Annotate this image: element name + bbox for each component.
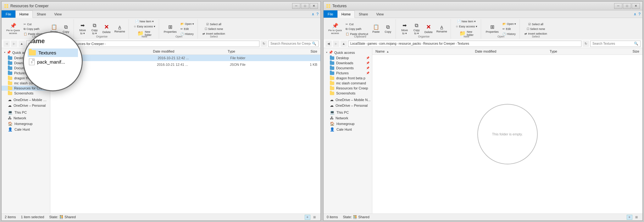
sidebar-item-calehunt-left[interactable]: 👤 Cale Hunt xyxy=(2,127,50,132)
sidebar-item-homegroup-right[interactable]: 🏠 Homegroup xyxy=(324,121,372,127)
move-to-btn-left[interactable]: ➡ Move to ▾ xyxy=(77,22,88,36)
close-button-right[interactable]: ✕ xyxy=(632,3,640,9)
sidebar-item-resources-left[interactable]: Resources for Creep xyxy=(2,86,50,91)
sidebar-item-slash-right[interactable]: mc slash command xyxy=(324,81,372,86)
sidebar-item-thispc-right[interactable]: 💻 This PC xyxy=(324,110,372,115)
view-details-btn-right[interactable]: ⊞ xyxy=(634,215,639,220)
select-none-btn-right[interactable]: ☐ Select none xyxy=(525,27,547,31)
sidebar-item-network-left[interactable]: 🖧 Network xyxy=(2,115,50,121)
cut-btn-right[interactable]: ✂ Cut xyxy=(344,22,370,26)
edit-btn-right[interactable]: ✏ Edit xyxy=(501,27,518,31)
search-input-right[interactable] xyxy=(592,42,633,45)
edit-btn-left[interactable]: ✏ Edit xyxy=(179,27,196,31)
copy-btn-right[interactable]: ⧉ Copy xyxy=(382,24,394,34)
maximize-button-left[interactable]: □ xyxy=(301,3,309,9)
copy-to-btn-left[interactable]: ⧉ Copy to ▾ xyxy=(89,22,100,36)
sidebar-item-resources-right[interactable]: Resources for Creep xyxy=(324,86,372,91)
view-details-btn-left[interactable]: ⊞ xyxy=(312,215,317,220)
new-item-btn-right[interactable]: 📄 New item ▾ xyxy=(456,19,477,24)
tab-home-right[interactable]: Home xyxy=(337,10,355,18)
delete-btn-left[interactable]: ✕ Delete xyxy=(101,23,112,35)
easy-access-btn-right[interactable]: ☆ Easy access ▾ xyxy=(454,24,479,29)
sidebar-item-thispc-left[interactable]: 💻 This PC xyxy=(2,110,50,115)
forward-btn-right[interactable]: ▶ xyxy=(333,41,339,47)
minimize-button-right[interactable]: ─ xyxy=(614,3,622,9)
pin-to-quick-access-btn-right[interactable]: 📌 Pin to Quick access xyxy=(327,22,343,36)
refresh-btn-right[interactable]: ↻ xyxy=(583,41,589,47)
sidebar-item-screenshots-right[interactable]: Screenshots xyxy=(324,91,372,96)
sidebar-item-desktop-left[interactable]: Desktop 📌 xyxy=(2,55,50,60)
sidebar-header-quick-left[interactable]: ▾ 📌 Quick access xyxy=(2,49,50,55)
tab-home-left[interactable]: Home xyxy=(15,10,33,18)
easy-access-btn-left[interactable]: ☆ Easy access ▾ xyxy=(132,24,157,29)
view-list-btn-left[interactable]: ≡ xyxy=(305,215,310,220)
copy-to-btn-right[interactable]: ⧉ Copy to ▾ xyxy=(411,22,422,36)
refresh-btn-left[interactable]: ↻ xyxy=(261,41,267,47)
properties-btn-right[interactable]: ⊞ Properties xyxy=(484,24,500,34)
up-btn-right[interactable]: ▲ xyxy=(341,41,347,47)
sidebar-item-onedrive-mobile-right[interactable]: ☁ OneDrive – Mobile N... xyxy=(324,97,372,103)
copy-btn-left[interactable]: ⧉ Copy xyxy=(60,24,72,34)
tab-view-left[interactable]: View xyxy=(50,10,66,18)
view-list-btn-right[interactable]: ≡ xyxy=(627,215,632,220)
sidebar-item-screenshots-left[interactable]: Screenshots xyxy=(2,91,50,96)
col-name-right[interactable]: Name ▲ xyxy=(375,49,475,53)
rename-btn-left[interactable]: A Rename xyxy=(113,24,127,34)
open-btn-right[interactable]: 📂 Open ▾ xyxy=(501,22,518,26)
close-button-left[interactable]: ✕ xyxy=(310,3,318,9)
file-item-pack-manifest-left[interactable]: {} pack_manifest 2016-10-21 12:41 ... JS… xyxy=(50,61,320,68)
cut-btn-left[interactable]: ✂ Cut xyxy=(22,22,48,26)
col-name-left[interactable]: Name ▲ xyxy=(53,49,153,53)
ribbon-collapse-left[interactable]: ∧ xyxy=(312,12,314,16)
tab-share-right[interactable]: Share xyxy=(355,10,372,18)
search-icon-left[interactable]: 🔍 xyxy=(312,42,316,46)
sidebar-item-calehunt-right[interactable]: 👤 Cale Hunt xyxy=(324,127,372,132)
back-btn-right[interactable]: ◀ xyxy=(325,41,332,47)
ribbon-collapse-right[interactable]: ∧ xyxy=(634,12,636,16)
sidebar-item-desktop-right[interactable]: Desktop 📌 xyxy=(324,55,372,60)
copy-path-btn-right[interactable]: ⧉ Copy path xyxy=(344,27,370,31)
tab-file-right[interactable]: File xyxy=(324,10,337,18)
sidebar-header-quick-right[interactable]: ▾ 📌 Quick access xyxy=(324,49,372,55)
move-to-btn-right[interactable]: ➡ Move to ▾ xyxy=(399,22,410,36)
paste-btn-left[interactable]: 📋 Paste xyxy=(48,24,60,34)
sidebar-item-dragon-right[interactable]: dragon front beta p xyxy=(324,76,372,81)
help-button-left[interactable]: ? xyxy=(316,12,319,16)
tab-file-left[interactable]: File xyxy=(2,10,15,18)
select-all-btn-left[interactable]: ☑ Select all xyxy=(205,22,223,26)
search-box-left[interactable]: 🔍 xyxy=(268,41,319,47)
select-none-btn-left[interactable]: ☐ Select none xyxy=(203,27,225,31)
search-icon-right[interactable]: 🔍 xyxy=(634,42,638,46)
forward-btn-left[interactable]: ▶ xyxy=(11,41,17,47)
sidebar-item-onedrive-personal-right[interactable]: ☁ OneDrive – Personal xyxy=(324,103,372,108)
sidebar-item-dragon-left[interactable]: dragon front beta p xyxy=(2,76,50,81)
file-item-textures-left[interactable]: Textures 2016-10-21 12:42 ... File folde… xyxy=(50,55,320,61)
back-btn-left[interactable]: ◀ xyxy=(3,41,10,47)
sidebar-item-onedrive-mobile-left[interactable]: ☁ OneDrive – Mobile N... xyxy=(2,97,50,103)
sidebar-item-downloads-right[interactable]: Downloads 📌 xyxy=(324,60,372,65)
new-item-btn-left[interactable]: 📄 New item ▾ xyxy=(134,19,155,24)
search-input-left[interactable] xyxy=(270,42,311,45)
sidebar-item-documents-right[interactable]: Documents 📌 xyxy=(324,65,372,71)
sidebar-item-homegroup-left[interactable]: 🏠 Homegroup xyxy=(2,121,50,127)
sidebar-item-downloads-left[interactable]: Downloads 📌 xyxy=(2,60,50,65)
sidebar-item-slash-left[interactable]: mc slash command xyxy=(2,81,50,86)
tab-share-left[interactable]: Share xyxy=(33,10,50,18)
delete-btn-right[interactable]: ✕ Delete xyxy=(423,23,434,35)
properties-btn-left[interactable]: ⊞ Properties xyxy=(162,24,178,34)
copy-path-btn-left[interactable]: ⧉ Copy path xyxy=(22,27,48,31)
sidebar-item-pictures-right[interactable]: Pictures 📌 xyxy=(324,71,372,76)
sidebar-item-network-right[interactable]: 🖧 Network xyxy=(324,115,372,121)
sidebar-item-documents-left[interactable]: Documents 📌 xyxy=(2,65,50,71)
paste-btn-right[interactable]: 📋 Paste xyxy=(370,24,382,34)
address-path-right[interactable]: LocalState › games › com.mojang › resour… xyxy=(348,41,581,47)
sidebar-item-onedrive-personal-left[interactable]: ☁ OneDrive – Personal xyxy=(2,103,50,108)
maximize-button-right[interactable]: □ xyxy=(623,3,631,9)
search-box-right[interactable]: 🔍 xyxy=(590,41,641,47)
pin-to-quick-access-btn-left[interactable]: 📌 Pin to Quick access xyxy=(5,22,21,36)
open-btn-left[interactable]: 📂 Open ▾ xyxy=(179,22,196,26)
rename-btn-right[interactable]: A Rename xyxy=(435,24,449,34)
up-btn-left[interactable]: ▲ xyxy=(19,41,25,47)
help-button-right[interactable]: ? xyxy=(638,12,641,16)
sidebar-item-pictures-left[interactable]: Pictures 📌 xyxy=(2,71,50,76)
